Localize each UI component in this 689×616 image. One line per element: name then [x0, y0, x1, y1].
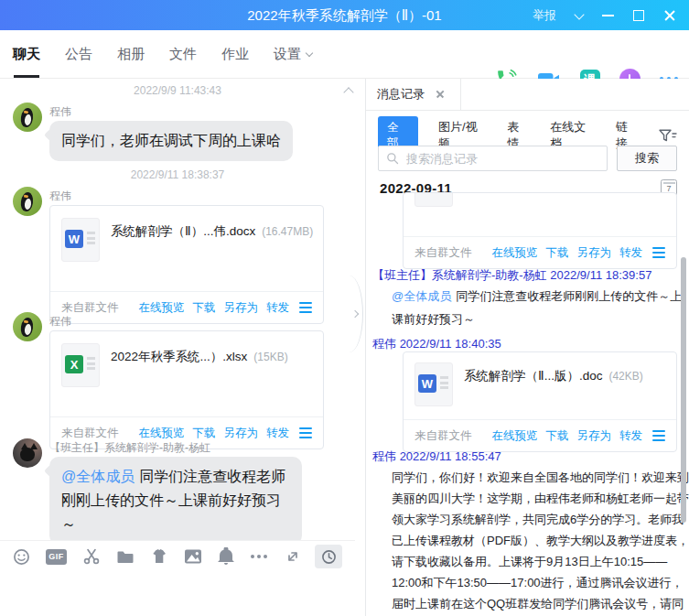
tab-album[interactable]: 相册	[117, 31, 145, 78]
preview-online-link[interactable]: 在线预览	[492, 428, 538, 444]
chat-toolbar: GIF	[0, 540, 355, 572]
forward-link[interactable]: 转发	[619, 245, 642, 261]
forward-link[interactable]: 转发	[266, 426, 289, 441]
expand-window-icon[interactable]	[284, 547, 302, 566]
preview-online-link[interactable]: 在线预览	[492, 245, 538, 261]
search-input[interactable]	[404, 151, 599, 167]
tab-settings[interactable]: 设置	[274, 31, 312, 78]
search-icon	[386, 152, 399, 165]
forward-link[interactable]: 转发	[619, 428, 642, 444]
tab-announcement-label: 公告	[65, 46, 92, 63]
search-button[interactable]: 搜索	[617, 146, 677, 171]
avatar[interactable]	[13, 312, 42, 341]
tabs: 聊天 公告 相册 文件 作业 设置	[13, 30, 312, 78]
file-more-menu-icon[interactable]	[652, 430, 665, 442]
window-controls: 举报	[533, 0, 676, 30]
anonymous-chat-icon[interactable]	[150, 547, 168, 566]
avatar[interactable]	[13, 438, 42, 468]
save-as-link[interactable]: 另存为	[577, 245, 612, 261]
gif-icon[interactable]: GIF	[46, 549, 67, 565]
history-sender-line: 【班主任】系统解剖学-助教-杨虹 2022/9/11 18:39:57	[372, 267, 651, 284]
minimize-button[interactable]	[602, 15, 614, 16]
tab-homework-label: 作业	[221, 46, 249, 63]
avatar[interactable]	[13, 103, 42, 132]
send-image-icon[interactable]	[184, 547, 202, 566]
file-name-text: 2022年秋季系统...）.xlsx	[111, 350, 247, 363]
history-sender: 【班主任】系统解剖学-助教-杨虹	[372, 268, 547, 282]
file-source-label: 来自群文件	[414, 428, 472, 444]
tab-message-history[interactable]: 消息记录	[366, 79, 461, 110]
group-tabbar: 聊天 公告 相册 文件 作业 设置 课	[0, 30, 689, 79]
message-input-area[interactable]	[0, 572, 355, 616]
download-link[interactable]: 下载	[546, 428, 569, 444]
download-link[interactable]: 下载	[546, 245, 569, 261]
history-time: 2022/9/11 18:40:35	[400, 337, 501, 351]
close-button[interactable]	[663, 9, 676, 22]
message-history-toggle[interactable]	[315, 545, 342, 568]
file-card[interactable]: W 系统解剖学（Ⅱ）...伟.docx(16.47MB) 来自群文件 在线预览 …	[49, 205, 324, 324]
excel-file-icon: X	[414, 192, 453, 207]
file-more-menu-icon[interactable]	[299, 302, 312, 314]
panel-collapse-handle[interactable]	[349, 276, 363, 352]
file-card[interactable]: X 2022年秋季系统...）.xlsx(15KB) 来自群文件 在线预览 下载…	[49, 330, 324, 449]
save-as-link[interactable]: 另存为	[224, 300, 259, 316]
notification-bell-icon[interactable]	[218, 547, 234, 566]
download-link[interactable]: 下载	[193, 426, 216, 441]
save-as-link[interactable]: 另存为	[224, 426, 259, 441]
file-name: 系统解剖学（Ⅱ...版）.doc(42KB)	[464, 368, 643, 384]
file-size: (42KB)	[608, 370, 642, 383]
word-file-icon: W	[61, 218, 100, 262]
history-tabrow: 消息记录	[366, 79, 689, 111]
tab-homework[interactable]: 作业	[221, 31, 249, 78]
message-bubble: @全体成员同学们注意查收程老师刚刚上传的文件～上课前好好预习～	[49, 457, 302, 545]
tab-settings-label: 设置	[274, 46, 301, 63]
mention-all[interactable]: @全体成员	[392, 289, 451, 303]
search-box[interactable]	[378, 146, 608, 171]
file-badge: W	[418, 374, 436, 393]
maximize-button[interactable]	[633, 10, 644, 21]
tab-chat-label: 聊天	[13, 46, 40, 63]
file-name: 2022年秋季系统...）.xlsx(15KB)	[111, 349, 288, 365]
chat-timestamp: 2022/9/9 11:43:43	[0, 84, 355, 97]
file-badge: W	[65, 230, 83, 248]
sender-name: 程伟	[49, 314, 71, 330]
mention-all[interactable]: @全体成员	[61, 469, 135, 484]
history-sender: 程伟	[372, 337, 396, 351]
history-tab-close-icon[interactable]	[436, 90, 445, 99]
file-size: (15KB)	[253, 351, 287, 363]
message-bubble: 同学们，老师在调试下周的上课哈	[49, 121, 293, 161]
forward-link[interactable]: 转发	[266, 300, 289, 316]
file-more-menu-icon[interactable]	[652, 247, 665, 259]
chat-message-list[interactable]: 2022/9/9 11:43:43 程伟 同学们，老师在调试下周的上课哈 202…	[0, 79, 355, 616]
excel-file-icon: X	[61, 343, 100, 387]
emoji-icon[interactable]	[13, 547, 30, 566]
send-file-folder-icon[interactable]	[116, 547, 135, 566]
file-card-body: W 系统解剖学（Ⅱ）...伟.docx(16.47MB)	[50, 206, 323, 291]
scroll-top-arrow-icon[interactable]	[345, 83, 352, 100]
history-scrollbar-thumb[interactable]	[681, 257, 686, 523]
avatar[interactable]	[13, 187, 42, 216]
file-card[interactable]: W 系统解剖学（Ⅱ...版）.doc(42KB) 来自群文件 在线预览 下载 另…	[403, 351, 677, 452]
report-button[interactable]: 举报	[533, 7, 556, 24]
sender-name: 程伟	[49, 104, 71, 120]
history-message-text: 同学们，你们好！欢迎来自全国各地的同学们！欢迎来到美丽的四川大学！这学期，由程伟…	[392, 467, 689, 616]
tab-files[interactable]: 文件	[169, 31, 197, 78]
tab-chat[interactable]: 聊天	[13, 31, 40, 78]
file-card-body: W 系统解剖学（Ⅱ...版）.doc(42KB)	[404, 352, 676, 419]
file-more-menu-icon[interactable]	[299, 427, 312, 439]
preview-online-link[interactable]: 在线预览	[139, 300, 185, 316]
file-card-clipped[interactable]: X 2022年秋季系统...）.xlsx(15KB) 来自群文件 在线预览 下载…	[403, 192, 677, 269]
file-card-footer: 来自群文件 在线预览 下载 另存为 转发	[404, 419, 676, 451]
main-content: 2022/9/9 11:43:43 程伟 同学们，老师在调试下周的上课哈 202…	[0, 79, 689, 616]
save-as-link[interactable]: 另存为	[577, 428, 612, 444]
file-source-label: 来自群文件	[414, 245, 472, 261]
tab-announcement[interactable]: 公告	[65, 31, 92, 78]
titlebar-chevron-down-icon[interactable]	[576, 5, 583, 22]
toolbar-more-icon[interactable]	[250, 547, 268, 566]
preview-online-link[interactable]: 在线预览	[139, 426, 185, 441]
history-time: 2022/9/11 18:55:47	[400, 449, 501, 463]
titlebar: 2022年秋季系统解剖学（Ⅱ）-01 举报	[0, 0, 689, 30]
download-link[interactable]: 下载	[193, 300, 216, 316]
screenshot-scissors-icon[interactable]	[82, 547, 101, 566]
filter-funnel-icon[interactable]	[659, 129, 677, 143]
